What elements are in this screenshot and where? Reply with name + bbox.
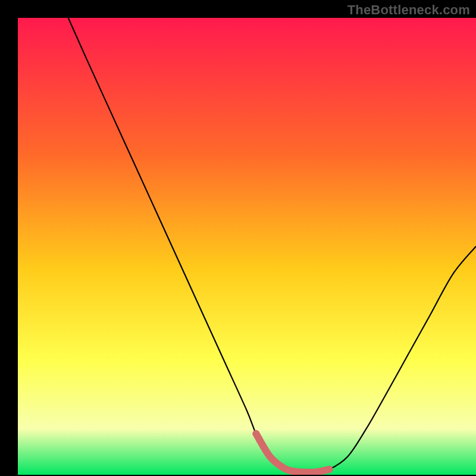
watermark-text: TheBottleneck.com [347,2,470,18]
plot-area [18,18,476,475]
chart-container: TheBottleneck.com [0,0,476,476]
gradient-background [18,18,476,475]
highlight-marker-dot [252,430,259,437]
chart-svg [18,18,476,475]
